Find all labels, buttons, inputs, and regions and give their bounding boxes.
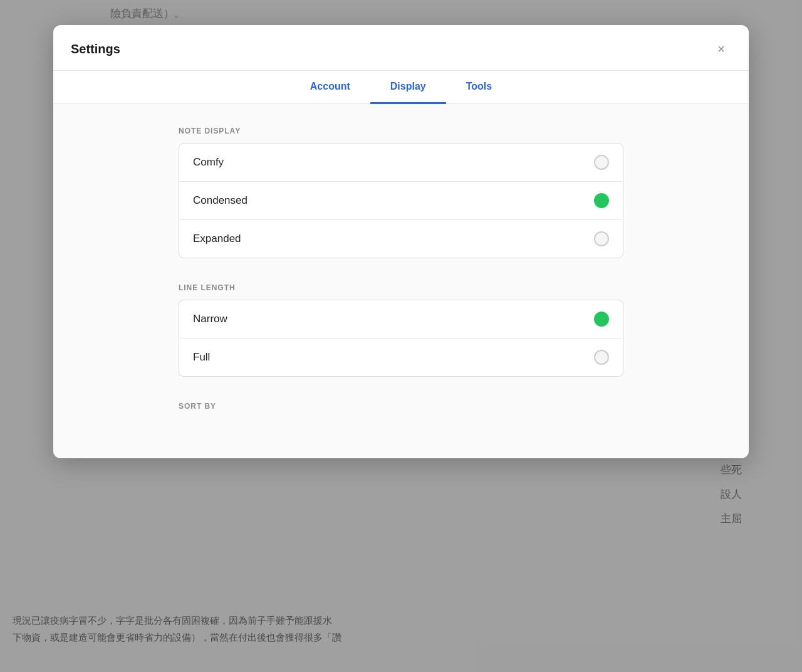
tab-tools[interactable]: Tools — [446, 71, 512, 104]
modal-body: NOTE DISPLAY Comfy Condensed Expanded LI… — [53, 104, 749, 458]
tab-account[interactable]: Account — [290, 71, 370, 104]
option-comfy-label: Comfy — [193, 156, 224, 169]
line-length-label: LINE LENGTH — [179, 283, 623, 292]
option-condensed[interactable]: Condensed — [179, 182, 623, 220]
note-display-section: NOTE DISPLAY Comfy Condensed Expanded — [179, 127, 623, 258]
line-length-options: Narrow Full — [179, 300, 623, 377]
modal-header: Settings × — [53, 25, 749, 71]
option-condensed-label: Condensed — [193, 194, 247, 207]
tabs-bar: Account Display Tools — [53, 71, 749, 104]
sort-by-section: SORT BY — [179, 402, 623, 411]
option-full-radio[interactable] — [594, 350, 609, 365]
option-full[interactable]: Full — [179, 339, 623, 376]
note-display-options: Comfy Condensed Expanded — [179, 143, 623, 258]
option-narrow[interactable]: Narrow — [179, 300, 623, 339]
line-length-section: LINE LENGTH Narrow Full — [179, 283, 623, 377]
option-comfy-radio[interactable] — [594, 155, 609, 170]
option-full-label: Full — [193, 351, 210, 364]
option-narrow-radio[interactable] — [594, 312, 609, 327]
option-comfy[interactable]: Comfy — [179, 144, 623, 182]
sort-by-label: SORT BY — [179, 402, 623, 411]
note-display-label: NOTE DISPLAY — [179, 127, 623, 135]
tab-display[interactable]: Display — [370, 71, 446, 104]
option-expanded-radio[interactable] — [594, 231, 609, 246]
option-expanded-label: Expanded — [193, 233, 241, 245]
close-button[interactable]: × — [711, 39, 731, 59]
modal-title: Settings — [71, 42, 120, 56]
settings-modal: Settings × Account Display Tools NOTE DI… — [53, 25, 749, 458]
option-expanded[interactable]: Expanded — [179, 220, 623, 258]
option-narrow-label: Narrow — [193, 313, 227, 325]
option-condensed-radio[interactable] — [594, 193, 609, 208]
